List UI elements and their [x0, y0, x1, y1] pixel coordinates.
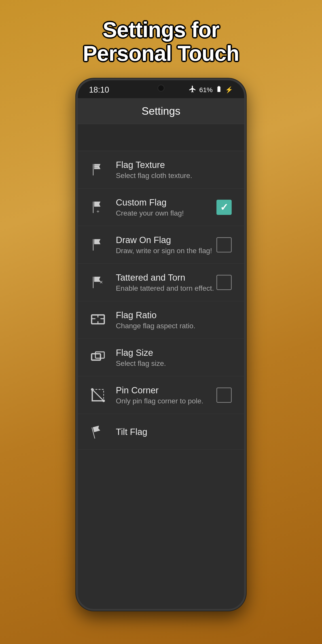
flag-texture-icon [89, 161, 107, 179]
page-title: Settings for Personal Touch [0, 0, 322, 78]
tattered-flag-subtitle: Enable tattered and torn effect. [116, 284, 215, 292]
phone-wrapper: 18:10 61% ⚡ [74, 78, 248, 615]
tilt-flag-title: Tilt Flag [116, 426, 233, 437]
custom-flag-text: Custom Flag Create your own flag! [116, 197, 215, 217]
draw-flag-title: Draw On Flag [116, 234, 215, 245]
setting-item-flag-ratio[interactable]: Flag Ratio Change flag aspect ratio. [78, 301, 244, 339]
status-icons: 61% ⚡ [188, 85, 233, 94]
pin-corner-checkbox[interactable] [215, 386, 233, 404]
flag-texture-text: Flag Texture Select flag cloth texture. [116, 160, 233, 180]
svg-point-12 [91, 388, 94, 391]
flag-texture-title: Flag Texture [116, 160, 233, 170]
custom-flag-title: Custom Flag [116, 197, 215, 208]
custom-flag-checkbox-visual[interactable] [216, 200, 232, 215]
draw-flag-icon [89, 236, 107, 254]
draw-flag-checkbox-visual[interactable] [216, 237, 232, 252]
pin-corner-title: Pin Corner [116, 385, 215, 396]
flag-ratio-text: Flag Ratio Change flag aspect ratio. [116, 310, 233, 330]
battery-icon [215, 86, 222, 94]
draw-flag-subtitle: Draw, write or sign on the flag! [116, 247, 215, 255]
draw-flag-text: Draw On Flag Draw, write or sign on the … [116, 234, 215, 255]
tilt-flag-text: Tilt Flag [116, 426, 233, 437]
flag-size-subtitle: Select flag size. [116, 359, 233, 368]
tilt-flag-icon [89, 423, 107, 441]
pin-corner-text: Pin Corner Only pin flag corner to pole. [116, 385, 215, 405]
custom-flag-icon: + [89, 198, 107, 216]
setting-item-custom-flag[interactable]: + Custom Flag Create your own flag! [78, 188, 244, 226]
tattered-flag-title: Tattered and Torn [116, 272, 215, 283]
svg-text:+: + [96, 208, 99, 214]
flag-ratio-icon [89, 311, 107, 329]
draw-flag-checkbox[interactable] [215, 236, 233, 254]
settings-list: Flag Texture Select flag cloth texture. … [78, 151, 244, 609]
charging-icon: ⚡ [225, 86, 233, 94]
pin-corner-icon [89, 386, 107, 404]
setting-item-pin-corner[interactable]: Pin Corner Only pin flag corner to pole. [78, 376, 244, 414]
battery-percentage: 61% [199, 86, 213, 94]
phone-screen: 18:10 61% ⚡ [78, 80, 244, 609]
pin-corner-subtitle: Only pin flag corner to pole. [116, 397, 215, 405]
setting-item-flag-texture[interactable]: Flag Texture Select flag cloth texture. [78, 151, 244, 188]
custom-flag-checkbox[interactable] [215, 198, 233, 216]
svg-text:✕: ✕ [99, 280, 103, 284]
svg-rect-1 [94, 165, 99, 166]
custom-flag-subtitle: Create your own flag! [116, 209, 215, 217]
setting-item-tattered-torn[interactable]: ✕ Tattered and Torn Enable tattered and … [78, 264, 244, 301]
tattered-flag-checkbox[interactable] [215, 274, 233, 291]
setting-item-draw-on-flag[interactable]: Draw On Flag Draw, write or sign on the … [78, 226, 244, 264]
app-bar: Settings [78, 98, 244, 124]
setting-item-flag-size[interactable]: Flag Size Select flag size. [78, 339, 244, 376]
phone-frame: 18:10 61% ⚡ [76, 78, 246, 611]
flag-ratio-subtitle: Change flag aspect ratio. [116, 322, 233, 330]
flag-size-icon [89, 348, 107, 366]
svg-rect-0 [94, 167, 98, 168]
app-bar-title: Settings [142, 105, 180, 117]
svg-point-13 [102, 400, 105, 402]
flag-texture-subtitle: Select flag cloth texture. [116, 172, 233, 180]
airplane-mode-icon [188, 85, 196, 94]
status-bar: 18:10 61% ⚡ [78, 80, 244, 98]
status-time: 18:10 [89, 85, 109, 94]
flag-ratio-title: Flag Ratio [116, 310, 233, 320]
empty-section [78, 124, 244, 151]
camera-notch [158, 85, 164, 92]
svg-line-11 [92, 389, 104, 401]
tattered-flag-text: Tattered and Torn Enable tattered and to… [116, 272, 215, 292]
svg-rect-9 [92, 354, 100, 360]
flag-size-text: Flag Size Select flag size. [116, 347, 233, 368]
tattered-flag-checkbox-visual[interactable] [216, 275, 232, 290]
tattered-flag-icon: ✕ [89, 274, 107, 291]
setting-item-tilt-flag[interactable]: Tilt Flag [78, 414, 244, 450]
flag-size-title: Flag Size [116, 347, 233, 358]
pin-corner-checkbox-visual[interactable] [216, 388, 232, 403]
